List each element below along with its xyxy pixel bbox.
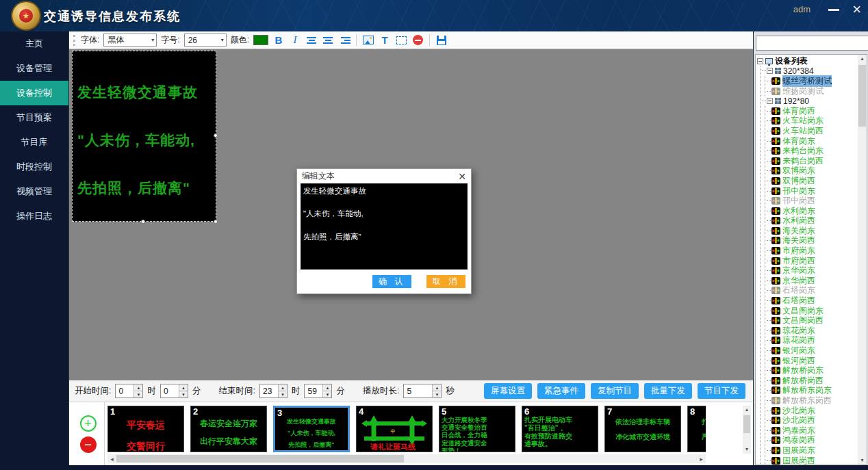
align-left-icon[interactable] xyxy=(305,34,318,47)
device-item[interactable]: 海关岗东 xyxy=(767,226,858,236)
sidebar-item-time-control[interactable]: 时段控制 xyxy=(0,155,68,179)
device-item[interactable]: 邗中岗东 xyxy=(767,186,858,196)
italic-button[interactable]: I xyxy=(289,34,301,47)
device-item[interactable]: 市府岗东 xyxy=(767,246,858,256)
sidebar-item-home[interactable]: 主页 xyxy=(0,31,68,56)
duration-input[interactable]: 5 ▲▼ xyxy=(403,384,442,398)
dialog-close-icon[interactable]: ✕ xyxy=(458,171,466,182)
program-thumbnail-7[interactable]: 7依法治理非标车辆净化城市交通环境 xyxy=(604,406,681,452)
device-item[interactable]: 水利岗西 xyxy=(767,216,858,226)
scroll-up-icon[interactable]: ▴ xyxy=(743,406,751,414)
program-thumbnail-2[interactable]: 2春运安全连万家出行平安靠大家 xyxy=(190,406,267,452)
device-item[interactable]: 水利岗东 xyxy=(767,206,858,216)
select-region-icon[interactable] xyxy=(395,34,407,47)
sidebar-item-device-mgmt[interactable]: 设备管理 xyxy=(0,56,68,81)
spin-down-icon[interactable]: ▼ xyxy=(433,391,441,397)
editor-canvas[interactable]: 发生轻微交通事故"人未伤，车能动,先拍照，后撤离" 编辑文本 ✕ 发生轻微交通事… xyxy=(69,49,754,380)
program-send-button[interactable]: 节目下发 xyxy=(698,383,745,399)
device-item[interactable]: 银河岗西 xyxy=(767,356,858,366)
bold-button[interactable]: B xyxy=(272,34,285,47)
sidebar-item-device-control[interactable]: 设备控制 xyxy=(0,81,68,105)
end-minute-input[interactable]: 59 ▲▼ xyxy=(304,384,332,398)
device-item[interactable]: 鸿泰岗西 xyxy=(767,436,858,446)
scroll-down-icon[interactable]: ▾ xyxy=(743,445,751,454)
scroll-up-icon[interactable]: ▴ xyxy=(858,55,867,63)
led-preview[interactable]: 发生轻微交通事故"人未伤，车能动,先拍照，后撤离" xyxy=(72,51,216,222)
device-item[interactable]: 火车站岗东 xyxy=(767,116,858,127)
collapse-icon[interactable] xyxy=(757,58,763,64)
align-center-icon[interactable] xyxy=(322,34,334,47)
device-item[interactable]: 沙北岗东 xyxy=(767,406,858,416)
size-select[interactable]: 26 ▾ xyxy=(184,34,227,47)
device-item[interactable]: 螺丝湾桥测试 xyxy=(767,76,858,86)
tree-root[interactable]: 设备列表 xyxy=(757,56,858,66)
emergency-event-button[interactable]: 紧急事件 xyxy=(537,383,585,399)
program-thumbnail-6[interactable]: 6扎实开展电动车"百日整治"，有效预防道路交通事故。 xyxy=(522,406,598,452)
cancel-button[interactable]: 取 消 xyxy=(426,275,465,288)
scrollbar-thumb[interactable] xyxy=(858,65,866,127)
close-icon[interactable]: × xyxy=(852,1,861,18)
spin-down-icon[interactable]: ▼ xyxy=(323,391,331,397)
filmstrip-vertical-scrollbar[interactable]: ▴ ▾ xyxy=(743,406,751,454)
spin-up-icon[interactable]: ▲ xyxy=(279,384,287,391)
sidebar-item-video-mgmt[interactable]: 视频管理 xyxy=(0,179,68,204)
sidebar-item-program-lib[interactable]: 节目库 xyxy=(0,130,68,155)
device-item[interactable]: 京华岗东 xyxy=(767,265,858,276)
device-item[interactable]: 来鹤台岗西 xyxy=(767,156,858,166)
device-item[interactable]: 维扬岗测试 xyxy=(767,86,858,96)
device-item[interactable]: 鸿泰岗东 xyxy=(767,426,858,436)
spin-up-icon[interactable]: ▲ xyxy=(433,384,441,391)
scrollbar-thumb[interactable] xyxy=(743,415,750,433)
sidebar-item-op-log[interactable]: 操作日志 xyxy=(0,204,68,229)
device-item[interactable]: 解放桥东岗西 xyxy=(767,395,858,406)
insert-text-icon[interactable]: T xyxy=(379,34,391,47)
resize-handle-corner[interactable] xyxy=(214,220,218,224)
color-swatch[interactable] xyxy=(253,35,268,45)
device-item[interactable]: 银河岗东 xyxy=(767,345,858,356)
device-item[interactable]: 国展岗东 xyxy=(767,445,858,456)
program-thumbnail-1[interactable]: 1平安春运交警同行 xyxy=(107,406,184,452)
device-item[interactable]: 双博岗东 xyxy=(767,166,858,177)
device-item[interactable]: 体育岗西 xyxy=(767,106,858,116)
delete-item-icon[interactable] xyxy=(411,34,424,47)
device-item[interactable]: 沙北岗西 xyxy=(767,415,858,426)
device-item[interactable]: 国展岗西 xyxy=(767,456,858,465)
add-frame-icon[interactable]: + xyxy=(80,415,97,432)
device-item[interactable]: 石塔岗东 xyxy=(767,286,858,296)
device-item[interactable]: 文昌阁岗西 xyxy=(767,315,858,326)
program-thumbnail-5[interactable]: 5大力开展秋冬季交通安全整治百日会战，全力稳定道路交通安全形势！ xyxy=(439,406,515,452)
resize-handle-right[interactable] xyxy=(214,133,218,138)
align-right-icon[interactable] xyxy=(338,34,350,47)
spin-up-icon[interactable]: ▲ xyxy=(323,384,331,391)
horizontal-scrollbar[interactable]: ◂ ▸ xyxy=(107,454,706,463)
device-item[interactable]: 来鹤台岗东 xyxy=(767,146,858,156)
user-label[interactable]: adm xyxy=(793,4,810,14)
device-item[interactable]: 石塔岗西 xyxy=(767,296,858,306)
minimize-icon[interactable] xyxy=(828,9,839,11)
tree-vertical-scrollbar[interactable]: ▴ ▾ xyxy=(858,55,867,465)
scroll-down-icon[interactable]: ▾ xyxy=(858,456,867,465)
device-item[interactable]: 解放桥岗东 xyxy=(767,365,858,376)
device-item[interactable]: 市府岗西 xyxy=(767,256,858,266)
search-input[interactable] xyxy=(756,36,868,51)
scroll-right-icon[interactable]: ▸ xyxy=(697,456,706,462)
end-hour-input[interactable]: 23 ▲▼ xyxy=(259,384,288,398)
tree-group-320*384[interactable]: 320*384 xyxy=(762,66,858,77)
resize-handle-bottom[interactable] xyxy=(141,220,145,224)
screen-settings-button[interactable]: 屏幕设置 xyxy=(484,383,532,399)
spin-down-icon[interactable]: ▼ xyxy=(279,391,287,397)
font-select[interactable]: 黑体 ▾ xyxy=(103,34,157,47)
spin-down-icon[interactable]: ▼ xyxy=(179,391,188,397)
device-item[interactable]: 双博岗西 xyxy=(767,176,858,186)
device-item[interactable]: 海关岗西 xyxy=(767,236,858,246)
insert-image-icon[interactable] xyxy=(362,34,374,47)
save-icon[interactable] xyxy=(435,34,448,47)
batch-send-button[interactable]: 批量下发 xyxy=(644,383,692,399)
device-item[interactable]: 火车站岗西 xyxy=(767,126,858,136)
device-item[interactable]: 解放桥岗西 xyxy=(767,376,858,386)
device-item[interactable]: 邗中岗西 xyxy=(767,196,858,206)
confirm-button[interactable]: 确 认 xyxy=(372,275,411,288)
remove-frame-icon[interactable]: − xyxy=(80,436,97,453)
program-thumbnail-4[interactable]: 4 中 请礼让斑马线 xyxy=(356,406,433,452)
scroll-left-icon[interactable]: ◂ xyxy=(107,456,116,462)
